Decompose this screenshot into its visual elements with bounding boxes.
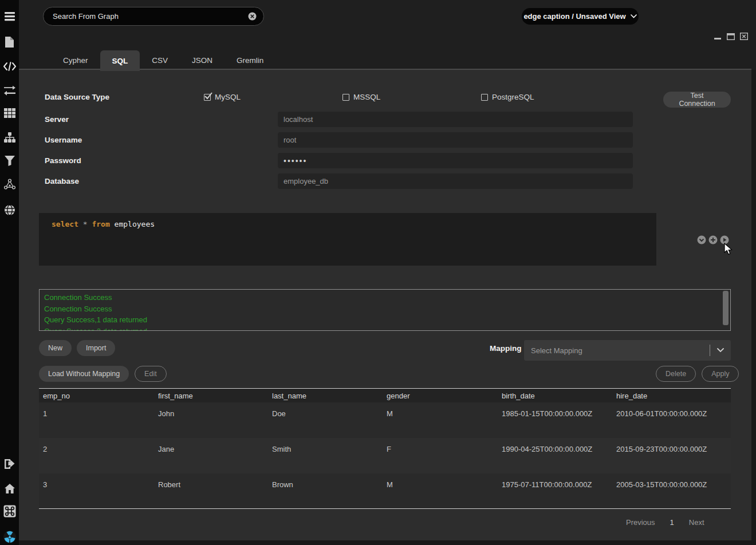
database-label: Database [45, 177, 79, 185]
tab-cypher[interactable]: Cypher [51, 50, 100, 70]
import-button[interactable]: Import [77, 340, 115, 356]
table-cell: 1975-07-11T00:00:00.000Z [498, 473, 612, 508]
table-cell: Smith [268, 438, 383, 473]
username-label: Username [45, 136, 82, 144]
console-scrollbar[interactable] [723, 291, 729, 325]
table-cell: Brown [268, 473, 383, 508]
postgresql-checkbox[interactable] [481, 94, 488, 101]
dropdown-divider [710, 345, 710, 356]
test-connection-button[interactable]: Test Connection [663, 92, 731, 108]
server-label: Server [45, 115, 69, 124]
maximize-icon[interactable] [727, 33, 735, 40]
mapping-actions-row: Load Without Mapping Edit [39, 366, 167, 382]
edit-button[interactable]: Edit [135, 366, 167, 382]
table-pagination: Previous 1 Next [626, 518, 704, 527]
tab-sql[interactable]: SQL [100, 50, 140, 71]
apply-actions-row: Delete Apply [656, 366, 739, 382]
username-input[interactable] [278, 132, 633, 148]
graph-search-bar[interactable] [43, 7, 264, 26]
column-header: first_name [154, 389, 268, 402]
connection-log-console[interactable]: Connection Success Connection Success Qu… [39, 289, 731, 331]
code-icon[interactable] [0, 61, 19, 72]
editor-action-buttons [697, 235, 729, 244]
table-cell: 2005-03-15T00:00:00.000Z [612, 473, 731, 508]
mysql-checkbox[interactable] [204, 94, 211, 101]
top-header: edge caption / Unsaved View Cypher SQL C… [19, 0, 756, 70]
globe-icon[interactable] [0, 204, 19, 216]
password-input[interactable] [278, 153, 633, 168]
tab-json[interactable]: JSON [180, 50, 225, 70]
logout-icon[interactable] [0, 458, 19, 470]
mysql-label: MySQL [215, 93, 241, 101]
table-row[interactable]: 2 Jane Smith F 1990-04-25T00:00:00.000Z … [39, 438, 731, 473]
page-number[interactable]: 1 [670, 518, 674, 527]
collapse-editor-icon[interactable] [697, 235, 706, 244]
column-header: gender [383, 389, 498, 402]
server-input[interactable] [278, 112, 633, 127]
data-source-type-label: Data Source Type [45, 93, 109, 101]
run-query-icon[interactable] [720, 235, 729, 244]
swap-arrows-icon[interactable] [0, 85, 19, 96]
column-header: birth_date [498, 389, 612, 402]
new-button[interactable]: New [39, 340, 72, 356]
next-page-button[interactable]: Next [689, 518, 704, 527]
apply-button[interactable]: Apply [702, 366, 739, 382]
table-row[interactable]: 1 John Doe M 1985-01-15T00:00:00.000Z 20… [39, 402, 731, 438]
hierarchy-icon[interactable] [0, 132, 19, 143]
minimize-icon[interactable] [714, 33, 722, 40]
tab-csv[interactable]: CSV [140, 50, 180, 70]
add-query-icon[interactable] [708, 235, 718, 244]
table-cell: 1 [39, 402, 154, 438]
load-without-mapping-button[interactable]: Load Without Mapping [39, 366, 129, 382]
table-grid-icon[interactable] [0, 108, 19, 119]
table-cell: 2015-09-23T00:00:00.000Z [612, 438, 731, 473]
tab-gremlin[interactable]: Gremlin [225, 50, 275, 70]
menu-hamburger-icon[interactable] [0, 10, 19, 22]
sql-query-editor[interactable]: select * from employees [39, 213, 656, 266]
command-key-icon[interactable] [0, 505, 19, 518]
table-cell: 2010-06-01T00:00:00.000Z [612, 402, 731, 438]
table-cell: Doe [268, 402, 383, 438]
table-row[interactable]: 3 Robert Brown M 1975-07-11T00:00:00.000… [39, 473, 731, 509]
app-logo-trefoil-icon[interactable] [0, 530, 19, 544]
table-cell: 1990-04-25T00:00:00.000Z [498, 438, 612, 473]
table-cell: F [383, 438, 498, 473]
file-icon[interactable] [0, 35, 19, 48]
mssql-label: MSSQL [353, 93, 380, 101]
chevron-down-icon [717, 348, 724, 353]
table-cell: 1985-01-15T00:00:00.000Z [498, 402, 612, 438]
postgresql-label: PostgreSQL [492, 93, 534, 101]
view-selector-dropdown[interactable]: edge caption / Unsaved View [522, 8, 639, 25]
log-line: Connection Success [44, 303, 730, 315]
table-cell: M [383, 402, 498, 438]
table-cell: John [154, 402, 268, 438]
sql-table-name: employees [110, 220, 155, 228]
table-cell: M [383, 473, 498, 508]
previous-page-button[interactable]: Previous [626, 518, 655, 527]
delete-button[interactable]: Delete [656, 366, 696, 382]
sql-import-panel: Data Source Type MySQL MSSQL PostgreSQL … [19, 70, 751, 540]
database-input[interactable] [278, 173, 633, 189]
close-icon[interactable] [740, 33, 748, 40]
search-clear-icon[interactable] [248, 12, 257, 21]
filter-funnel-icon[interactable] [0, 155, 19, 167]
log-line: Query Success,3 data returned [44, 326, 730, 331]
column-header: last_name [268, 389, 383, 402]
app-window: { "header": { "search_placeholder": "Sea… [0, 0, 756, 545]
checkbox-check-icon [204, 92, 213, 100]
window-controls [714, 33, 748, 40]
column-header: hire_date [612, 389, 731, 402]
graph-network-icon[interactable] [0, 178, 19, 190]
mapping-select-dropdown[interactable]: Select Mapping [524, 340, 731, 361]
datasource-option-postgresql[interactable]: PostgreSQL [481, 93, 534, 101]
datasource-option-mssql[interactable]: MSSQL [342, 93, 380, 101]
datasource-option-mysql[interactable]: MySQL [204, 93, 241, 101]
query-actions-row: New Import [39, 340, 115, 356]
sql-keyword: select [52, 220, 78, 228]
search-input[interactable] [53, 12, 248, 21]
mapping-label: Mapping [490, 344, 522, 353]
log-line: Query Success,1 data returned [44, 314, 730, 326]
home-icon[interactable] [0, 483, 19, 494]
table-cell: Jane [154, 438, 268, 473]
mssql-checkbox[interactable] [342, 94, 349, 101]
